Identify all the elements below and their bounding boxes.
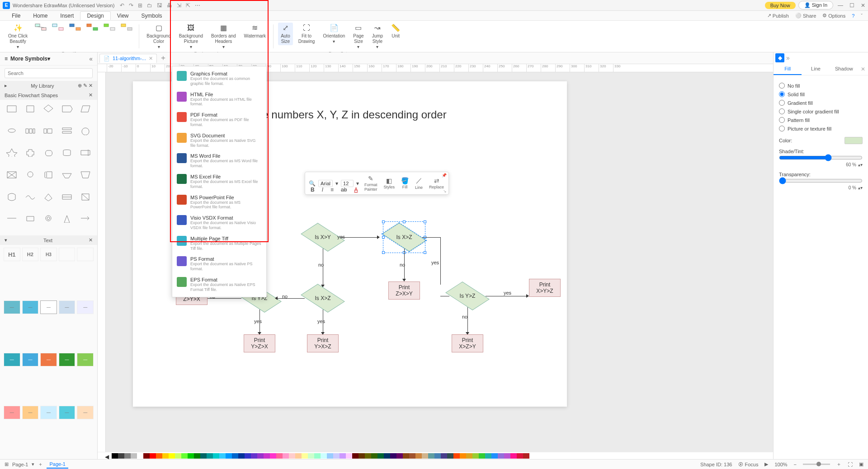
jump-style-button[interactable]: ↝Jump Style ▾ — [369, 23, 386, 51]
shape-stencil[interactable] — [77, 169, 94, 180]
color-swatch[interactable] — [150, 453, 156, 459]
color-swatch[interactable] — [213, 453, 219, 459]
color-swatch[interactable] — [219, 453, 226, 459]
add-tab-button[interactable]: ＋ — [160, 53, 167, 63]
add-page-icon[interactable]: ＋ — [38, 461, 43, 468]
tab-line[interactable]: Line — [802, 63, 830, 75]
export-item[interactable]: MS Word FileExport the document as MS Wo… — [172, 150, 266, 171]
text-style[interactable]: — — [77, 353, 94, 366]
color-swatch[interactable] — [200, 453, 207, 459]
text-h1[interactable]: H1 — [4, 248, 20, 261]
color-swatch[interactable] — [181, 453, 188, 459]
zoom-out-icon[interactable]: − — [794, 462, 797, 467]
decision-xy[interactable]: Is X>Y — [305, 226, 341, 249]
shape-stencil[interactable] — [22, 191, 39, 202]
format-painter-button[interactable]: ✎Format Painter — [362, 174, 380, 192]
color-swatch[interactable] — [137, 453, 143, 459]
watermark-button[interactable]: ≋Watermark — [241, 23, 269, 40]
shape-stencil[interactable] — [4, 146, 20, 158]
color-swatch[interactable] — [232, 453, 238, 459]
text-style[interactable]: — — [22, 353, 39, 366]
theme-5[interactable] — [102, 23, 117, 33]
import-icon[interactable]: ⇱ — [186, 2, 190, 9]
shape-stencil[interactable] — [22, 146, 39, 158]
align-icon[interactable]: ≡ — [329, 186, 335, 194]
text-style[interactable] — [77, 248, 94, 261]
shape-stencil[interactable] — [59, 146, 75, 158]
color-swatch[interactable] — [447, 453, 453, 459]
color-swatch[interactable] — [365, 453, 371, 459]
color-swatch[interactable] — [523, 453, 529, 459]
color-swatch[interactable] — [390, 453, 396, 459]
export-item[interactable]: MS Excel FileExport the document as MS E… — [172, 171, 266, 192]
shape-stencil[interactable] — [4, 103, 20, 114]
strike-icon[interactable]: ab — [339, 186, 349, 194]
ribbon-collapse-icon[interactable]: ˇ — [861, 13, 863, 19]
print-icon[interactable]: 🖶 — [167, 2, 172, 9]
text-style[interactable]: — — [77, 300, 94, 314]
page-tab[interactable]: Page-1 — [47, 460, 68, 469]
new-icon[interactable]: ⊞ — [138, 2, 142, 9]
shade-stepper[interactable]: ▴▾ — [858, 162, 863, 167]
export-item[interactable]: Graphics FormatExport the document as co… — [172, 68, 266, 89]
export-item[interactable]: PDF FormatExport the document as PDF fil… — [172, 109, 266, 130]
replace-button[interactable]: ⇄Replace — [426, 176, 447, 190]
color-swatch[interactable] — [162, 453, 169, 459]
page-select[interactable]: Page-1 — [12, 462, 28, 467]
focus-button[interactable]: ⦿ Focus — [738, 462, 758, 467]
print-zxy[interactable]: Print Z>X>Y — [388, 281, 420, 300]
format-pane-icon[interactable]: ◆ — [775, 53, 784, 62]
shape-stencil[interactable] — [4, 125, 20, 136]
expand-icon[interactable]: ↘ — [443, 189, 447, 193]
export-item[interactable]: MS PowerPoint FileExport the document as… — [172, 192, 266, 213]
shape-stencil[interactable] — [40, 146, 57, 158]
shape-stencil[interactable] — [22, 103, 39, 114]
color-swatch[interactable] — [472, 453, 479, 459]
play-icon[interactable]: ▶ — [764, 461, 768, 467]
color-swatch[interactable] — [460, 453, 466, 459]
orientation-button[interactable]: 📄Orientation ▾ — [320, 23, 348, 45]
color-swatch[interactable] — [517, 453, 523, 459]
shape-stencil[interactable] — [77, 146, 94, 158]
color-swatch[interactable] — [377, 453, 384, 459]
color-swatch[interactable] — [289, 453, 295, 459]
text-h2[interactable]: H2 — [22, 248, 39, 261]
color-swatch[interactable] — [308, 453, 314, 459]
color-swatch[interactable] — [422, 453, 428, 459]
shape-stencil[interactable] — [77, 191, 94, 202]
shape-stencil[interactable] — [22, 169, 39, 180]
text-style[interactable]: — — [59, 300, 75, 314]
italic-icon[interactable]: I — [320, 186, 325, 194]
sign-in-button[interactable]: 👤 Sign In — [798, 1, 833, 9]
pages-icon[interactable]: ⊞ — [5, 461, 9, 467]
share-button[interactable]: ⚪ Share — [795, 13, 816, 19]
font-color-icon[interactable]: A — [352, 186, 359, 194]
color-swatch[interactable] — [491, 453, 498, 459]
undo-icon[interactable]: ↶ — [120, 2, 124, 9]
open-icon[interactable]: 🗀 — [147, 2, 152, 9]
shape-stencil[interactable] — [59, 169, 75, 180]
menu-symbols[interactable]: Symbols — [135, 12, 169, 20]
color-swatch[interactable] — [226, 453, 232, 459]
color-swatch[interactable] — [143, 453, 150, 459]
shape-stencil[interactable] — [59, 212, 75, 224]
styles-button[interactable]: ◧Styles — [381, 176, 398, 190]
text-style[interactable]: — — [59, 353, 75, 366]
more-icon[interactable]: ⋯ — [195, 2, 200, 9]
close-window-icon[interactable]: ✕ — [861, 2, 865, 9]
export-item[interactable]: PS FormatExport the document as Native P… — [172, 253, 266, 274]
menu-view[interactable]: View — [111, 12, 135, 20]
color-swatch[interactable] — [479, 453, 485, 459]
text-style[interactable]: — — [40, 300, 57, 314]
expand-right-icon[interactable]: » — [786, 54, 790, 61]
color-swatch[interactable] — [453, 453, 460, 459]
theme-2[interactable] — [50, 23, 66, 33]
line-button[interactable]: ／Line — [412, 176, 425, 191]
export-item[interactable]: SVG DocumentExport the document as Nativ… — [172, 130, 266, 151]
color-swatch[interactable] — [333, 453, 340, 459]
theme-3[interactable] — [67, 23, 83, 33]
color-swatch[interactable] — [156, 453, 162, 459]
color-swatch[interactable] — [270, 453, 276, 459]
color-swatch[interactable] — [295, 453, 302, 459]
color-swatch[interactable] — [124, 453, 131, 459]
